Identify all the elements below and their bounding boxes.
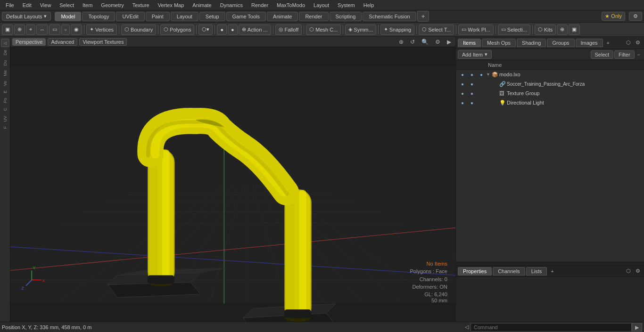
tb-toggle[interactable]: ▣ bbox=[2, 24, 13, 35]
menu-view[interactable]: View bbox=[36, 1, 55, 9]
tb-globe[interactable]: ⊕ bbox=[14, 24, 25, 35]
tb-rect-sel[interactable]: ▭ bbox=[49, 24, 60, 35]
tb-symm-btn[interactable]: ◈ Symm... bbox=[345, 24, 376, 35]
modo-eye-1[interactable]: ● bbox=[458, 70, 467, 79]
menu-dynamics[interactable]: Dynamics bbox=[216, 1, 247, 9]
light-eye-2[interactable]: ● bbox=[467, 98, 477, 107]
menu-help[interactable]: Help bbox=[360, 1, 378, 9]
rp-tab-items[interactable]: Items bbox=[458, 39, 481, 47]
menu-system[interactable]: System bbox=[334, 1, 359, 9]
modo-eye-3[interactable]: ● bbox=[477, 70, 486, 79]
vp-tab-advanced[interactable]: Advanced bbox=[48, 38, 77, 46]
item-directional-light[interactable]: ● ● ▶ 💡 Directional Light bbox=[456, 98, 644, 107]
tb-mesh-btn[interactable]: ⬡ Mesh C... bbox=[306, 24, 341, 35]
cmd-execute-btn[interactable]: ▶ bbox=[632, 323, 642, 332]
tb-circle-sel[interactable]: ◉ bbox=[71, 24, 82, 35]
rp-tab-shading[interactable]: Shading bbox=[517, 39, 546, 47]
menu-edit[interactable]: Edit bbox=[19, 1, 35, 9]
tb-kits-btn[interactable]: ⬡ Kits bbox=[535, 24, 556, 35]
tb-dot2[interactable]: ● bbox=[228, 24, 238, 35]
tb-poly-sel[interactable]: ▫ bbox=[61, 24, 70, 35]
command-input[interactable] bbox=[471, 323, 632, 332]
menu-file[interactable]: File bbox=[2, 1, 18, 9]
viewport-3d[interactable]: X Y Z No Items Polygons : Face Channels:… bbox=[10, 47, 455, 322]
layout-tab-paint[interactable]: Paint bbox=[146, 12, 170, 21]
tb-falloff-btn[interactable]: ◎ Falloff bbox=[275, 24, 302, 35]
menu-vertex-map[interactable]: Vertex Map bbox=[154, 1, 188, 9]
layout-tab-render[interactable]: Render bbox=[299, 12, 328, 21]
rp-settings-icon[interactable]: ⚙ bbox=[634, 39, 642, 47]
item-soccer[interactable]: ● ● ▶ 🔗 Soccer_Training_Passing_Arc_Forz… bbox=[456, 79, 644, 89]
menu-animate[interactable]: Animate bbox=[189, 1, 215, 9]
tb-vr[interactable]: ▣ bbox=[569, 24, 580, 35]
tb-boundary-btn[interactable]: ⬡ Boundary bbox=[121, 24, 156, 35]
layout-tab-uvedit[interactable]: UVEdit bbox=[116, 12, 144, 21]
menu-item[interactable]: Item bbox=[79, 1, 96, 9]
layout-add-button[interactable]: + bbox=[417, 11, 429, 22]
tb-selection-btn[interactable]: ▭ Selecti... bbox=[498, 24, 530, 35]
sidebar-toggle-btn[interactable]: ◁ bbox=[1, 39, 9, 47]
light-eye-1[interactable]: ● bbox=[458, 98, 467, 107]
tb-vertices-btn[interactable]: ✦ Vertices bbox=[86, 24, 117, 35]
menu-geometry[interactable]: Geometry bbox=[97, 1, 127, 9]
menu-layout[interactable]: Layout bbox=[310, 1, 333, 9]
select-btn[interactable]: Select bbox=[591, 50, 614, 59]
add-item-dropdown[interactable]: Add Item ▾ bbox=[458, 50, 492, 59]
menu-select[interactable]: Select bbox=[56, 1, 78, 9]
layout-dropdown[interactable]: Default Layouts ▾ bbox=[2, 12, 51, 21]
vp-tab-viewport-textures[interactable]: Viewport Textures bbox=[79, 38, 127, 46]
vp-icon-settings[interactable]: ⚙ bbox=[433, 38, 443, 46]
cmd-prev-arrow[interactable]: ◁ bbox=[463, 324, 471, 330]
items-toolbar-minus-icon[interactable]: − bbox=[636, 51, 642, 58]
tb-dot1[interactable]: ● bbox=[217, 24, 227, 35]
modo-expand-arrow[interactable]: ▼ bbox=[486, 72, 492, 77]
layout-tab-animate[interactable]: Animate bbox=[267, 12, 298, 21]
item-texture-group[interactable]: ● ● ▶ 🖼 Texture Group bbox=[456, 89, 644, 98]
menu-maxtomodo[interactable]: MaxToModo bbox=[273, 1, 309, 9]
rp-tab-mesh-ops[interactable]: Mesh Ops bbox=[482, 39, 516, 47]
prop-expand-icon[interactable]: ⬡ bbox=[624, 267, 633, 275]
modo-eye-2[interactable]: ● bbox=[467, 70, 477, 79]
layout-settings-button[interactable]: ⚙ bbox=[629, 12, 642, 21]
vp-icon-move[interactable]: ⊕ bbox=[396, 38, 406, 46]
vp-icon-rotate[interactable]: ↺ bbox=[408, 38, 417, 46]
layout-tab-layout[interactable]: Layout bbox=[171, 12, 198, 21]
vp-icon-zoom[interactable]: 🔍 bbox=[419, 38, 431, 46]
layout-tab-schematic[interactable]: Schematic Fusion bbox=[363, 12, 416, 21]
filter-btn[interactable]: Filter bbox=[614, 50, 634, 59]
layout-tab-model[interactable]: Model bbox=[55, 12, 81, 21]
vp-icon-play[interactable]: ▶ bbox=[445, 38, 454, 46]
prop-tab-channels[interactable]: Channels bbox=[493, 267, 525, 275]
tb-action-btn[interactable]: ⊕ Action ... bbox=[239, 24, 271, 35]
tb-select-tool-btn[interactable]: ⬡ Select T... bbox=[419, 24, 454, 35]
menu-texture[interactable]: Texture bbox=[129, 1, 153, 9]
tb-transform[interactable]: ↔ bbox=[36, 24, 48, 35]
tb-polygons-btn[interactable]: ⬡ Polygons bbox=[160, 24, 194, 35]
prop-add-btn[interactable]: + bbox=[548, 267, 556, 275]
layout-tab-scripting[interactable]: Scripting bbox=[330, 12, 362, 21]
items-scrollbar[interactable] bbox=[456, 261, 644, 265]
layout-tab-topology[interactable]: Topology bbox=[82, 12, 115, 21]
rp-expand-icon[interactable]: ⬡ bbox=[624, 39, 633, 47]
layout-tab-setup[interactable]: Setup bbox=[199, 12, 225, 21]
tb-snapping-btn[interactable]: ✦ Snapping bbox=[380, 24, 415, 35]
vp-tab-perspective[interactable]: Perspective bbox=[12, 38, 46, 46]
item-modo-lxo[interactable]: ● ● ● ▼ 📦 modo.lxo bbox=[456, 70, 644, 79]
rp-tab-groups[interactable]: Groups bbox=[547, 39, 574, 47]
layout-tab-game-tools[interactable]: Game Tools bbox=[226, 12, 266, 21]
items-list[interactable]: ● ● ● ▼ 📦 modo.lxo ● ● ▶ 🔗 Soccer_Traini… bbox=[456, 70, 644, 261]
tb-globe2[interactable]: ⊕ bbox=[557, 24, 568, 35]
menu-render[interactable]: Render bbox=[248, 1, 272, 9]
prop-settings-icon[interactable]: ⚙ bbox=[634, 267, 642, 275]
rp-add-tab-btn[interactable]: + bbox=[604, 39, 612, 47]
texture-eye-1[interactable]: ● bbox=[458, 89, 467, 98]
tb-work-plane-btn[interactable]: ▭ Work Pl... bbox=[458, 24, 493, 35]
prop-tab-properties[interactable]: Properties bbox=[458, 267, 492, 275]
texture-eye-2[interactable]: ● bbox=[467, 89, 477, 98]
soccer-eye-1[interactable]: ● bbox=[458, 79, 467, 89]
tb-cursor[interactable]: ⌖ bbox=[26, 24, 35, 35]
prop-tab-lists[interactable]: Lists bbox=[526, 267, 547, 275]
rp-tab-images[interactable]: Images bbox=[576, 39, 603, 47]
soccer-eye-2[interactable]: ● bbox=[467, 79, 477, 89]
tb-poly2[interactable]: ⬡▾ bbox=[198, 24, 213, 35]
